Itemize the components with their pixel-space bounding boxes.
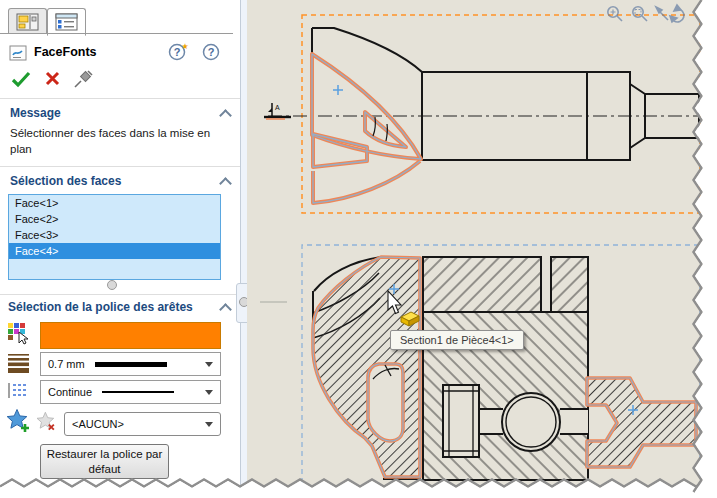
- section-face-head[interactable]: [313, 257, 420, 477]
- collapse-chevron-icon[interactable]: [219, 303, 232, 316]
- cancel-x-icon[interactable]: [44, 70, 62, 88]
- help-star-icon[interactable]: ? ★: [168, 42, 186, 60]
- edge-font-group-header[interactable]: Sélection de la police des arêtes: [8, 300, 193, 314]
- section-divider: [0, 166, 240, 167]
- tab-display-pane[interactable]: [47, 8, 86, 36]
- edge-color-swatch[interactable]: [40, 322, 221, 349]
- ok-check-icon[interactable]: [10, 69, 32, 89]
- style-line-sample: [102, 391, 174, 393]
- thickness-line-sample: [95, 362, 167, 367]
- solidworks-window: FaceFonts ? ★ ? Message: [0, 0, 717, 498]
- faces-listbox[interactable]: Face<1> Face<2> Face<3> Face<4>: [8, 194, 221, 280]
- section-divider: [0, 294, 240, 295]
- thickness-combobox[interactable]: 0.7 mm: [40, 352, 221, 376]
- view-center-mark: [333, 85, 343, 95]
- part-outline[interactable]: [312, 28, 699, 160]
- line-style-combobox[interactable]: Continue: [40, 380, 221, 404]
- list-item[interactable]: Face<2>: [9, 211, 220, 227]
- message-group-header[interactable]: Message: [10, 106, 61, 120]
- dropdown-arrow-icon: [205, 362, 213, 367]
- list-item[interactable]: Face<3>: [9, 227, 220, 243]
- body-top-block-right[interactable]: [551, 257, 588, 312]
- collapse-chevron-icon[interactable]: [219, 177, 232, 190]
- rotate-view-icon[interactable]: [670, 5, 684, 22]
- thickness-value: 0.7 mm: [41, 358, 85, 370]
- message-body: Sélectionner des faces dans la mise en p…: [10, 126, 230, 157]
- propertymanager-tab-icon: [16, 12, 40, 32]
- listbox-resize-grip[interactable]: [107, 280, 117, 290]
- list-item[interactable]: Face<1>: [9, 195, 220, 211]
- svg-text:?: ?: [208, 46, 215, 58]
- faces-group-header[interactable]: Sélection des faces: [10, 174, 121, 188]
- propertymanager-panel: FaceFonts ? ★ ? Message: [0, 0, 241, 498]
- restore-default-font-button[interactable]: Restaurer la police par défaut: [40, 444, 169, 479]
- tooltip: Section1 de Pièce4<1>: [390, 330, 524, 350]
- svg-text:★: ★: [181, 42, 188, 51]
- drawing-view-top[interactable]: A: [264, 15, 704, 213]
- dropdown-arrow-icon: [205, 390, 213, 395]
- dropdown-arrow-icon: [205, 422, 213, 427]
- favorites-value: <AUCUN>: [65, 418, 124, 430]
- line-style-icon: [7, 381, 31, 401]
- drawing-view-section[interactable]: [302, 245, 700, 492]
- heads-up-toolbar[interactable]: [608, 5, 707, 22]
- zoom-fit-icon[interactable]: [633, 7, 647, 21]
- pin-icon[interactable]: [72, 70, 94, 88]
- display-pane-tab-icon: [55, 12, 79, 32]
- list-item-selected[interactable]: Face<4>: [9, 243, 220, 259]
- view-settings-icon[interactable]: [656, 7, 668, 20]
- zoom-area-icon[interactable]: [608, 7, 622, 21]
- collapse-chevron-icon[interactable]: [219, 109, 232, 122]
- window-detail-lines: [373, 365, 399, 379]
- highlighted-face-edges[interactable]: [312, 54, 421, 203]
- section-divider: [0, 98, 240, 99]
- section-arrow-label: A: [275, 104, 280, 111]
- delete-favorite-star-icon: [36, 411, 60, 435]
- drawing-sheet[interactable]: A: [247, 0, 717, 498]
- section-face-plug[interactable]: [587, 378, 696, 467]
- facefonts-doc-icon: [9, 45, 29, 61]
- body-top-block[interactable]: [423, 257, 541, 312]
- view-border-selected[interactable]: [302, 15, 700, 213]
- svg-text:?: ?: [174, 46, 181, 58]
- edge-color-palette-icon: [7, 322, 33, 346]
- line-style-value: Continue: [41, 386, 92, 398]
- section-arrow: A: [264, 103, 291, 119]
- tab-propertymanager[interactable]: [8, 8, 47, 34]
- tabbar-divider: [0, 33, 233, 34]
- favorites-combobox[interactable]: <AUCUN>: [64, 412, 221, 436]
- page-title: FaceFonts: [34, 45, 97, 59]
- line-thickness-icon: [7, 352, 31, 374]
- add-favorite-star-icon[interactable]: [6, 408, 32, 434]
- help-circle-icon[interactable]: ?: [202, 42, 220, 60]
